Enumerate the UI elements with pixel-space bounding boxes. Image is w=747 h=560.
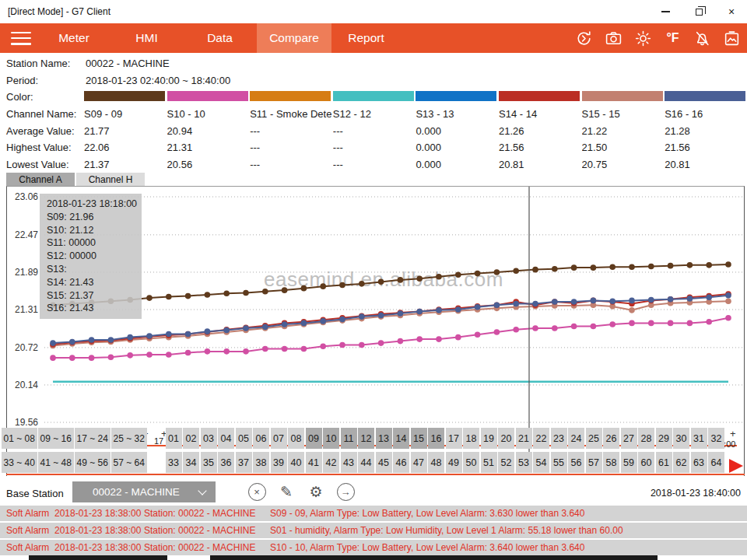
channel-button-22[interactable]: 22 <box>533 428 549 449</box>
nav-item-report[interactable]: Report <box>345 23 388 53</box>
channel-button-57[interactable]: 57 <box>586 452 602 473</box>
sync-icon[interactable] <box>575 30 593 47</box>
restore-button[interactable] <box>691 5 707 19</box>
channel-button-39[interactable]: 39 <box>271 452 287 473</box>
channel-button-24[interactable]: 24 <box>568 428 584 449</box>
channel-button-08[interactable]: 08 <box>288 428 304 449</box>
channel-button-37[interactable]: 37 <box>236 452 252 473</box>
pencil-icon[interactable]: ✎ <box>276 481 296 502</box>
channel-button-34[interactable]: 34 <box>183 452 199 473</box>
expand-plus-icon[interactable]: + <box>730 428 736 439</box>
channel-group-button[interactable]: 41 ~ 48 <box>38 452 74 473</box>
channel-group-button[interactable]: 17 ~ 24 <box>75 428 110 449</box>
menu-icon[interactable] <box>11 32 31 45</box>
channel-button-25[interactable]: 25 <box>586 428 602 449</box>
channel-button-44[interactable]: 44 <box>358 452 374 473</box>
alarm-row[interactable]: Soft Alarm2018-01-23 18:38:00Station: 00… <box>0 540 747 555</box>
channel-button-04[interactable]: 04 <box>218 428 234 449</box>
channel-button-10[interactable]: 10 <box>323 428 339 449</box>
tab-channel-a[interactable]: Channel A <box>6 173 75 186</box>
channel-button-59[interactable]: 59 <box>621 452 637 473</box>
next-page-arrow-icon[interactable] <box>729 459 743 473</box>
channel-button-64[interactable]: 64 <box>708 452 724 473</box>
alarm-row[interactable]: Soft Alarm2018-01-23 18:38:00Station: 00… <box>0 506 747 521</box>
alarm-row[interactable]: Soft Alarm2018-01-23 18:38:00Station: 00… <box>0 523 747 538</box>
channel-button-60[interactable]: 60 <box>638 452 654 473</box>
channel-button-27[interactable]: 27 <box>621 428 637 449</box>
channel-button-19[interactable]: 19 <box>481 428 497 449</box>
close-button[interactable]: × <box>724 5 739 19</box>
channel-button-36[interactable]: 36 <box>218 452 234 473</box>
brightness-icon[interactable] <box>634 30 652 47</box>
channel-button-29[interactable]: 29 <box>656 428 672 449</box>
channel-button-20[interactable]: 20 <box>498 428 514 449</box>
channel-button-53[interactable]: 53 <box>516 452 532 473</box>
mute-bell-icon[interactable] <box>693 30 711 47</box>
camera-icon[interactable] <box>605 30 622 47</box>
channel-group-button[interactable]: 49 ~ 56 <box>75 452 110 473</box>
channel-button-09[interactable]: 09 <box>306 428 322 449</box>
image-box-icon[interactable] <box>723 30 741 47</box>
nav-item-compare[interactable]: Compare <box>257 23 331 53</box>
nav-item-data[interactable]: Data <box>202 23 238 53</box>
channel-button-55[interactable]: 55 <box>551 452 567 473</box>
scrollbar-segment[interactable] <box>29 555 167 560</box>
go-circle-icon[interactable]: → <box>335 481 356 502</box>
channel-button-32[interactable]: 32 <box>708 428 724 449</box>
channel-button-16[interactable]: 16 <box>428 428 444 449</box>
channel-button-13[interactable]: 13 <box>376 428 392 449</box>
channel-button-50[interactable]: 50 <box>463 452 479 473</box>
channel-button-48[interactable]: 48 <box>428 452 444 473</box>
channel-button-01[interactable]: 01 <box>166 428 182 449</box>
channel-button-41[interactable]: 41 <box>306 452 322 473</box>
channel-button-38[interactable]: 38 <box>253 452 269 473</box>
channel-button-40[interactable]: 40 <box>288 452 304 473</box>
channel-button-56[interactable]: 56 <box>568 452 584 473</box>
channel-group-button[interactable]: 01 ~ 08 <box>2 428 37 449</box>
base-station-dropdown[interactable]: 00022 - MACHINE <box>72 481 216 502</box>
clear-circle-icon[interactable]: × <box>247 481 267 502</box>
nav-item-meter[interactable]: Meter <box>54 23 93 53</box>
channel-button-15[interactable]: 15 <box>411 428 427 449</box>
channel-button-17[interactable]: 17 <box>446 428 462 449</box>
channel-button-05[interactable]: 05 <box>236 428 252 449</box>
channel-button-62[interactable]: 62 <box>673 452 689 473</box>
channel-button-26[interactable]: 26 <box>603 428 619 449</box>
tab-channel-h[interactable]: Channel H <box>76 173 145 186</box>
channel-button-35[interactable]: 35 <box>201 452 217 473</box>
channel-group-button[interactable]: 33 ~ 40 <box>2 452 37 473</box>
channel-group-button[interactable]: 57 ~ 64 <box>111 452 147 473</box>
channel-button-11[interactable]: 11 <box>341 428 357 449</box>
channel-button-63[interactable]: 63 <box>691 452 707 473</box>
channel-group-button[interactable]: 09 ~ 16 <box>38 428 74 449</box>
channel-button-47[interactable]: 47 <box>411 452 427 473</box>
channel-button-18[interactable]: 18 <box>463 428 479 449</box>
channel-button-02[interactable]: 02 <box>183 428 199 449</box>
channel-button-45[interactable]: 45 <box>376 452 392 473</box>
channel-button-49[interactable]: 49 <box>446 452 462 473</box>
channel-button-14[interactable]: 14 <box>393 428 409 449</box>
nav-item-hmi[interactable]: HMI <box>129 23 164 53</box>
fahrenheit-icon[interactable]: °F <box>664 30 682 47</box>
channel-button-61[interactable]: 61 <box>656 452 672 473</box>
channel-button-23[interactable]: 23 <box>551 428 567 449</box>
channel-button-58[interactable]: 58 <box>603 452 619 473</box>
channel-button-03[interactable]: 03 <box>201 428 217 449</box>
channel-button-42[interactable]: 42 <box>323 452 339 473</box>
channel-button-30[interactable]: 30 <box>673 428 689 449</box>
channel-button-07[interactable]: 07 <box>271 428 287 449</box>
channel-button-51[interactable]: 51 <box>481 452 497 473</box>
channel-button-33[interactable]: 33 <box>166 452 182 473</box>
channel-group-button[interactable]: 25 ~ 32 <box>111 428 147 449</box>
channel-button-52[interactable]: 52 <box>498 452 514 473</box>
scrollbar-segment[interactable] <box>210 555 658 560</box>
channel-button-43[interactable]: 43 <box>341 452 357 473</box>
channel-button-21[interactable]: 21 <box>516 428 532 449</box>
channel-button-06[interactable]: 06 <box>253 428 269 449</box>
channel-button-28[interactable]: 28 <box>638 428 654 449</box>
channel-button-31[interactable]: 31 <box>691 428 707 449</box>
channel-button-46[interactable]: 46 <box>393 452 409 473</box>
minimize-button[interactable] <box>658 5 673 19</box>
gear-icon[interactable]: ⚙ <box>306 481 326 502</box>
channel-button-12[interactable]: 12 <box>358 428 374 449</box>
